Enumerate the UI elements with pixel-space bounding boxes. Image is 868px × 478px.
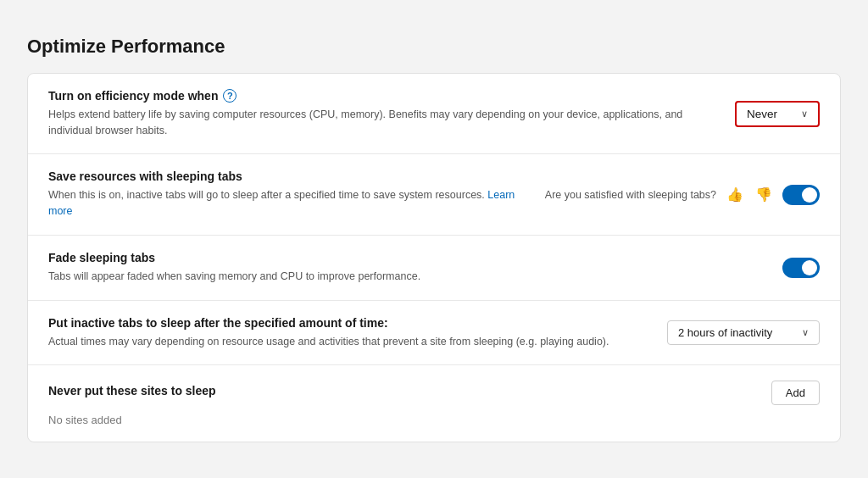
inactive-sleep-section: Put inactive tabs to sleep after the spe…: [28, 301, 840, 366]
never-sleep-title: Never put these sites to sleep: [48, 384, 216, 397]
efficiency-description: Helps extend battery life by saving comp…: [48, 107, 693, 139]
sleeping-tabs-title: Save resources with sleeping tabs: [48, 170, 531, 183]
page-title: Optimize Performance: [27, 36, 841, 58]
sleeping-tabs-section: Save resources with sleeping tabs When t…: [28, 154, 840, 236]
inactive-sleep-dropdown[interactable]: 2 hours of inactivity ∨: [667, 320, 820, 345]
inactive-sleep-description: Actual times may vary depending on resou…: [48, 334, 654, 350]
inactive-sleep-row: Put inactive tabs to sleep after the spe…: [48, 316, 820, 350]
fade-tabs-right-control: [782, 258, 820, 278]
sleeping-tabs-row: Save resources with sleeping tabs When t…: [48, 170, 820, 220]
sleeping-tabs-description: When this is on, inactive tabs will go t…: [48, 187, 531, 220]
settings-card: Turn on efficiency mode when ? Helps ext…: [27, 73, 841, 443]
efficiency-row: Turn on efficiency mode when ? Helps ext…: [48, 89, 820, 139]
never-sleep-section: Never put these sites to sleep Add No si…: [28, 365, 840, 442]
efficiency-help-icon[interactable]: ?: [223, 89, 236, 103]
efficiency-title: Turn on efficiency mode when ?: [48, 89, 721, 103]
add-site-button[interactable]: Add: [771, 381, 820, 405]
thumbdown-icon: 👎: [755, 187, 772, 202]
efficiency-chevron-icon: ∨: [801, 108, 808, 119]
efficiency-section: Turn on efficiency mode when ? Helps ext…: [28, 74, 840, 155]
inactive-sleep-right-control: 2 hours of inactivity ∨: [667, 320, 820, 345]
thumbdown-button[interactable]: 👎: [754, 185, 774, 204]
inactive-sleep-chevron-icon: ∨: [802, 327, 809, 338]
fade-tabs-row: Fade sleeping tabs Tabs will appear fade…: [48, 251, 820, 285]
efficiency-left: Turn on efficiency mode when ? Helps ext…: [48, 89, 721, 139]
fade-tabs-toggle-slider: [782, 258, 820, 278]
satisfaction-row: Are you satisfied with sleeping tabs? 👍 …: [545, 185, 820, 205]
efficiency-dropdown[interactable]: Never ∨: [735, 101, 820, 127]
no-sites-text: No sites added: [48, 414, 820, 426]
sleeping-tabs-toggle-slider: [782, 185, 820, 205]
fade-tabs-title: Fade sleeping tabs: [48, 251, 769, 264]
fade-tabs-toggle[interactable]: [782, 258, 820, 278]
thumbup-button[interactable]: 👍: [725, 185, 745, 204]
thumbup-icon: 👍: [726, 187, 743, 202]
fade-tabs-section: Fade sleeping tabs Tabs will appear fade…: [28, 236, 840, 301]
page-container: Optimize Performance Turn on efficiency …: [0, 15, 868, 464]
never-sleep-header: Never put these sites to sleep Add: [48, 381, 820, 405]
satisfaction-label: Are you satisfied with sleeping tabs?: [545, 189, 716, 201]
sleeping-tabs-left: Save resources with sleeping tabs When t…: [48, 170, 531, 220]
sleeping-tabs-toggle[interactable]: [782, 185, 820, 205]
inactive-sleep-left: Put inactive tabs to sleep after the spe…: [48, 316, 654, 350]
inactive-sleep-title: Put inactive tabs to sleep after the spe…: [48, 316, 654, 330]
efficiency-right-control: Never ∨: [735, 101, 820, 127]
fade-tabs-description: Tabs will appear faded when saving memor…: [48, 269, 693, 285]
fade-tabs-left: Fade sleeping tabs Tabs will appear fade…: [48, 251, 769, 285]
